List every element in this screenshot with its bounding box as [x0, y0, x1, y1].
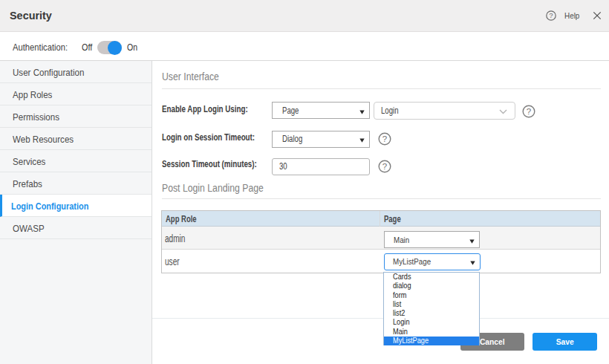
svg-text:?: ? [382, 162, 387, 171]
svg-text:?: ? [382, 134, 387, 143]
svg-text:?: ? [527, 107, 531, 116]
svg-text:?: ? [549, 11, 553, 19]
